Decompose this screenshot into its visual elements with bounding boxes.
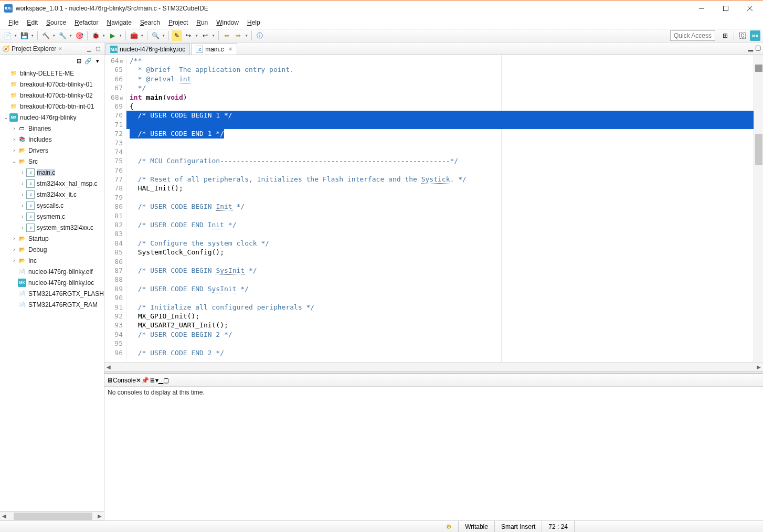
minimize-button[interactable]: [690, 1, 714, 16]
code-line[interactable]: /* Initialize all configured peripherals…: [130, 303, 754, 312]
code-line[interactable]: [130, 120, 754, 129]
menu-source[interactable]: Source: [42, 18, 70, 27]
tree-item[interactable]: 📁breakout-f070cb-btn-int-01: [0, 101, 104, 112]
menu-search[interactable]: Search: [136, 18, 164, 27]
line-number[interactable]: 66: [105, 75, 123, 83]
close-view-icon[interactable]: ✕: [58, 46, 62, 51]
display-console-icon[interactable]: 🖥: [149, 377, 155, 384]
menu-edit[interactable]: Edit: [23, 18, 42, 27]
line-number[interactable]: 73: [105, 139, 123, 147]
code-editor[interactable]: 6465666768697071727374757677787980818283…: [104, 55, 763, 362]
line-number[interactable]: 83: [105, 229, 123, 238]
code-line[interactable]: [130, 275, 754, 284]
code-line[interactable]: MX_GPIO_Init();: [130, 312, 754, 321]
code-line[interactable]: */: [130, 83, 754, 92]
next-annotation-icon[interactable]: ↪: [183, 30, 194, 41]
code-line[interactable]: /* USER CODE END 1 */: [130, 129, 754, 138]
tree-item[interactable]: ⌄📂Src: [0, 156, 104, 167]
code-line[interactable]: [130, 147, 754, 156]
tree-item[interactable]: ›.cmain.c: [0, 167, 104, 178]
editor-tab[interactable]: MXnucleo-l476rg-blinky.ioc: [105, 43, 190, 55]
line-number[interactable]: 76: [105, 166, 123, 175]
code-line[interactable]: HAL_Init();: [130, 184, 754, 193]
line-number[interactable]: 65: [105, 65, 123, 74]
line-number[interactable]: 86: [105, 257, 123, 266]
menu-run[interactable]: Run: [192, 18, 212, 27]
forward-icon[interactable]: ➡: [233, 30, 243, 41]
tree-item[interactable]: ›📚Includes: [0, 134, 104, 145]
maximize-button[interactable]: [714, 1, 738, 16]
editor-minimize-icon[interactable]: ▁: [748, 44, 753, 51]
save-icon[interactable]: 💾: [19, 30, 29, 41]
tree-item[interactable]: 📁breakout-f070cb-blinky-02: [0, 90, 104, 101]
editor-vertical-scrollbar[interactable]: [754, 55, 763, 362]
code-line[interactable]: MX_USART2_UART_Init();: [130, 321, 754, 329]
chevron-right-icon[interactable]: ›: [19, 180, 26, 186]
chevron-right-icon[interactable]: ›: [10, 236, 18, 241]
tree-item[interactable]: 📄STM32L476RGTX_RAM: [0, 299, 104, 310]
line-number[interactable]: 94: [105, 330, 123, 339]
tree-item[interactable]: ›📂Inc: [0, 255, 104, 266]
line-number[interactable]: 92: [105, 312, 123, 321]
line-number[interactable]: 72: [105, 129, 123, 138]
code-line[interactable]: /* USER CODE END SysInit */: [130, 284, 754, 293]
line-number[interactable]: 91: [105, 303, 123, 312]
line-number[interactable]: 69: [105, 102, 123, 111]
pin-console-icon[interactable]: 📌: [141, 377, 149, 384]
editor-horizontal-scrollbar[interactable]: ◀ ▶: [104, 362, 763, 371]
tree-item[interactable]: MXnucleo-l476rg-blinky.ioc: [0, 277, 104, 288]
menu-window[interactable]: Window: [212, 18, 243, 27]
external-tools-icon[interactable]: 🧰: [129, 30, 139, 41]
menu-project[interactable]: Project: [164, 18, 192, 27]
menu-help[interactable]: Help: [243, 18, 264, 27]
code-line[interactable]: /* Reset of all peripherals, Initializes…: [130, 175, 754, 184]
code-line[interactable]: * @retval int: [130, 75, 754, 83]
tree-item[interactable]: ›📂Debug: [0, 244, 104, 255]
chevron-right-icon[interactable]: ›: [10, 136, 18, 142]
code-line[interactable]: /**: [130, 56, 754, 65]
tree-item[interactable]: ›.csystem_stm32l4xx.c: [0, 222, 104, 233]
code-line[interactable]: int main(void): [130, 93, 754, 102]
tree-item[interactable]: ⌄MXnucleo-l476rg-blinky: [0, 112, 104, 123]
code-line[interactable]: /* USER CODE BEGIN 1 */: [130, 111, 754, 120]
line-number[interactable]: 89: [105, 284, 123, 293]
chevron-right-icon[interactable]: ›: [19, 214, 26, 219]
chevron-right-icon[interactable]: ›: [10, 125, 18, 131]
line-number[interactable]: 71: [105, 120, 123, 129]
tree-item[interactable]: ›.csyscalls.c: [0, 200, 104, 211]
console-minimize-icon[interactable]: ▁: [158, 377, 163, 384]
chevron-right-icon[interactable]: ›: [19, 169, 26, 175]
line-number-gutter[interactable]: 6465666768697071727374757677787980818283…: [104, 55, 126, 362]
quick-access-input[interactable]: Quick Access: [670, 30, 715, 41]
code-line[interactable]: [130, 166, 754, 175]
open-perspective-icon[interactable]: ⊞: [720, 30, 730, 41]
code-line[interactable]: /* USER CODE BEGIN 2 */: [130, 330, 754, 339]
tree-item[interactable]: ›.cstm32l4xx_it.c: [0, 189, 104, 200]
code-line[interactable]: /* USER CODE BEGIN Init */: [130, 202, 754, 211]
menu-refactor[interactable]: Refactor: [70, 18, 102, 27]
line-number[interactable]: 90: [105, 293, 123, 302]
editor-maximize-icon[interactable]: ▢: [755, 44, 761, 51]
line-number[interactable]: 84: [105, 239, 123, 248]
code-line[interactable]: /* USER CODE END 2 */: [130, 348, 754, 357]
maximize-view-icon[interactable]: ▢: [93, 45, 102, 53]
console-close-icon[interactable]: ✕: [136, 377, 141, 384]
tree-item[interactable]: ›.csysmem.c: [0, 211, 104, 222]
code-line[interactable]: /* MCU Configuration--------------------…: [130, 156, 754, 165]
menu-file[interactable]: File: [4, 18, 23, 27]
mx-perspective-icon[interactable]: MX: [750, 30, 760, 41]
code-line[interactable]: [130, 211, 754, 220]
editor-tab[interactable]: .cmain.c✕: [191, 43, 237, 55]
tree-item[interactable]: ›🗃Binaries: [0, 123, 104, 134]
chevron-right-icon[interactable]: ›: [19, 225, 26, 230]
code-line[interactable]: * @brief The application entry point.: [130, 65, 754, 74]
view-menu-icon[interactable]: ▾: [93, 57, 102, 65]
search-icon[interactable]: 🔍: [150, 30, 161, 41]
line-number[interactable]: 96: [105, 348, 123, 357]
code-line[interactable]: [130, 139, 754, 147]
line-number[interactable]: 81: [105, 211, 123, 220]
code-line[interactable]: /* USER CODE BEGIN SysInit */: [130, 266, 754, 275]
tree-item[interactable]: ›📂Startup: [0, 233, 104, 244]
hammer-icon[interactable]: 🔨: [40, 30, 51, 41]
tree-item[interactable]: ›📂Drivers: [0, 145, 104, 156]
